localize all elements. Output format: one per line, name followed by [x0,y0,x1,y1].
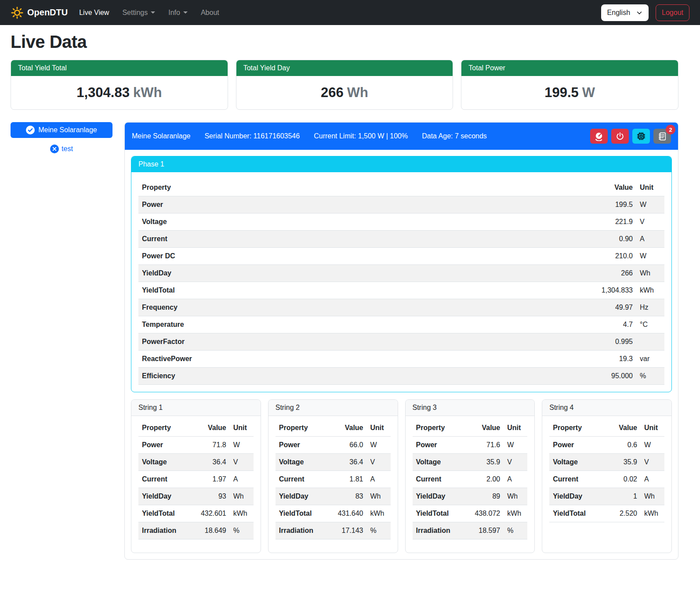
phase-title: Phase 1 [131,156,671,172]
table-row: YieldDay89Wh [413,488,528,505]
table-row: Voltage221.9V [138,213,664,231]
cpu-icon [636,131,646,141]
table-row: YieldTotal431.640kWh [276,505,391,522]
column-property: Property [138,420,189,437]
table-row: Irradiation18.597% [413,522,528,539]
nav-info[interactable]: Info [168,9,188,17]
string-2-card: String 2 Property Value Unit [268,399,398,553]
table-row: PowerFactor0.995 [138,333,664,351]
main-container: Live Data Total Yield Total 1,304.83kWh … [11,32,678,560]
card-total-yield-total: Total Yield Total 1,304.83kWh [11,60,228,110]
string-2-table: Property Value Unit Power66.0WVoltage36.… [276,420,391,539]
total-yield-day-value: 266 [321,85,344,100]
table-row: Temperature4.7°C [138,316,664,333]
table-row: Frequency49.97Hz [138,299,664,316]
card-title: Total Power [461,60,678,76]
top-navbar: OpenDTU Live View Settings Info About En… [0,0,700,25]
table-row: YieldDay266Wh [138,265,664,282]
card-total-power: Total Power 199.5W [461,60,678,110]
inverter-panel-header: Meine Solaranlage Serial Number: 1161716… [125,123,678,150]
event-log-button[interactable]: 2 [653,129,671,144]
column-unit: Unit [230,420,254,437]
table-header-row: Property Value Unit [138,179,664,196]
string-3-table: Property Value Unit Power71.6WVoltage35.… [413,420,528,539]
brand[interactable]: OpenDTU [11,6,68,19]
column-property: Property [138,179,584,196]
table-row: Current0.90A [138,231,664,248]
table-row: YieldTotal2.520kWh [549,505,664,522]
total-yield-day-unit: Wh [347,85,368,100]
column-unit: Unit [641,420,664,437]
table-row: Power DC210.0W [138,248,664,265]
table-row: YieldTotal1,304.833kWh [138,282,664,299]
table-row: Current1.81A [276,471,391,488]
device-info-button[interactable] [632,129,650,144]
inverter-actions: 2 [590,129,671,144]
table-row: Power199.5W [138,196,664,213]
sidebar-item-meine-solaranlage[interactable]: Meine Solaranlage [11,122,112,138]
nav-links: Live View Settings Info About [79,9,601,17]
summary-cards: Total Yield Total 1,304.83kWh Total Yiel… [11,60,678,110]
card-body: 199.5W [461,76,678,109]
nav-settings[interactable]: Settings [122,9,155,17]
strings-row: String 1 Property Value Unit [131,399,672,553]
card-body: 266Wh [236,76,453,109]
string-1-card: String 1 Property Value Unit [131,399,261,553]
table-row: Voltage36.4V [276,454,391,471]
string-title: String 4 [542,400,671,416]
table-row: YieldTotal438.072kWh [413,505,528,522]
table-row: YieldDay83Wh [276,488,391,505]
power-button[interactable] [611,129,629,144]
column-value: Value [584,179,636,196]
language-select[interactable]: English [601,4,649,21]
limit-settings-button[interactable] [590,129,608,144]
nav-about[interactable]: About [201,9,219,17]
event-count-badge: 2 [666,125,675,134]
logout-button[interactable]: Logout [656,4,689,21]
phase-card: Phase 1 Property Value Unit [131,156,672,392]
journal-icon [658,132,667,141]
card-title: Total Yield Day [236,60,453,76]
power-icon [616,132,624,141]
sidebar-item-test[interactable]: test [11,145,112,153]
column-value: Value [463,420,504,437]
column-value: Value [189,420,230,437]
table-row: Irradiation18.649% [138,522,254,539]
table-header-row: Property Value Unit [549,420,664,437]
table-row: Current2.00A [413,471,528,488]
table-row: Voltage36.4V [138,454,254,471]
total-power-value: 199.5 [544,85,579,100]
card-body: 1,304.83kWh [11,76,228,109]
string-3-card: String 3 Property Value Unit [405,399,535,553]
table-row: Voltage35.9V [413,454,528,471]
table-header-row: Property Value Unit [413,420,528,437]
table-header-row: Property Value Unit [276,420,391,437]
column-unit: Unit [636,179,664,196]
table-row: Power71.8W [138,437,254,454]
table-row: YieldTotal432.601kWh [138,505,254,522]
phase-table: Property Value Unit Power199.5WVoltage22… [138,179,664,385]
page: OpenDTU Live View Settings Info About En… [0,0,700,560]
string-title: String 3 [406,400,535,416]
string-4-table: Property Value Unit Power0.6WVoltage35.9… [549,420,664,522]
inverter-limit: Current Limit: 1,500 W | 100% [314,132,408,140]
inverter-data-age: Data Age: 7 seconds [422,132,487,140]
table-row: Voltage35.9V [549,454,664,471]
column-property: Property [276,420,326,437]
card-total-yield-day: Total Yield Day 266Wh [236,60,453,110]
total-yield-total-unit: kWh [133,85,162,100]
inverter-sidebar: Meine Solaranlage test [11,122,112,153]
sidebar-item-label: test [62,145,73,153]
column-property: Property [549,420,600,437]
table-row: Current0.02A [549,471,664,488]
table-row: YieldDay1Wh [549,488,664,505]
column-unit: Unit [367,420,391,437]
brand-label: OpenDTU [27,7,68,18]
gauge-icon [594,131,604,141]
column-value: Value [326,420,367,437]
table-row: YieldDay93Wh [138,488,254,505]
table-row: Current1.97A [138,471,254,488]
nav-live-view[interactable]: Live View [79,9,109,17]
string-title: String 1 [131,400,261,416]
total-power-unit: W [582,85,595,100]
